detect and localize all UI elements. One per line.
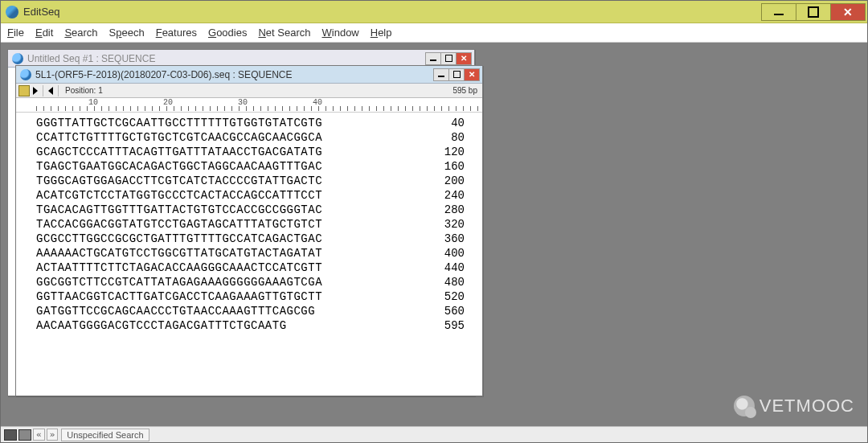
sequence-bases[interactable]: GGTTAACGGTCACTTGATCGACCTCAAGAAAGTTGTGCTT [36, 289, 322, 304]
sequence-bases[interactable]: TGAGCTGAATGGCACAGACTGGCTAGGCAACAAGTTTGAC [36, 159, 322, 174]
doc-icon [20, 69, 31, 80]
seq-maximize-button[interactable] [448, 68, 465, 81]
seq-minimize-button[interactable] [433, 68, 449, 81]
sequence-bases[interactable]: GCAGCTCCCATTTACAGTTGATTTATAACCTGACGATATG [36, 145, 322, 159]
watermark-text: VETMOOC [760, 396, 854, 416]
sequence-position: 440 [423, 260, 479, 275]
bg-maximize-button[interactable] [440, 52, 457, 65]
menu-search[interactable]: Search [64, 27, 97, 39]
statusbar: « » Unspecified Search [1, 426, 867, 442]
ruler: 10 20 30 40 [16, 98, 482, 113]
sequence-row[interactable]: GCAGCTCCCATTTACAGTTGATTTATAACCTGACGATATG… [36, 145, 479, 159]
sequence-row[interactable]: TGAGCTGAATGGCACAGACTGGCTAGGCAACAAGTTTGAC… [36, 159, 479, 174]
watermark: VETMOOC [734, 396, 854, 416]
sequence-row[interactable]: ACTAATTTTCTTCTAGACACCAAGGGCAAACTCCATCGTT… [36, 260, 479, 275]
sequence-bases[interactable]: GGCGGTCTTCCGTCATTATAGAGAAAGGGGGGAAAGTCGA [36, 275, 322, 289]
sequence-body[interactable]: GGGTTATTGCTCGCAATTGCCTTTTTTGTGGTGTATCGTG… [16, 113, 482, 396]
sequence-position: 200 [423, 174, 479, 188]
status-next-button[interactable]: » [47, 429, 59, 441]
sequence-bases[interactable]: AACAATGGGGACGTCCCTAGACGATTTCTGCAATG [36, 318, 287, 333]
menu-speech[interactable]: Speech [109, 27, 145, 39]
doc-icon [12, 53, 23, 64]
sequence-row[interactable]: GGGTTATTGCTCGCAATTGCCTTTTTTGTGGTGTATCGTG… [36, 116, 479, 130]
bg-minimize-button[interactable] [425, 52, 441, 65]
sequence-position: 40 [423, 116, 479, 130]
status-icon-1[interactable] [4, 429, 17, 441]
menu-goodies[interactable]: Goodies [208, 27, 247, 39]
menubar: File Edit Search Speech Features Goodies… [1, 23, 867, 43]
sequence-bases[interactable]: ACTAATTTTCTTCTAGACACCAAGGGCAAACTCCATCGTT [36, 260, 322, 275]
sequence-bases[interactable]: GATGGTTCCGCAGCAACCCTGTAACCAAAGTTTCAGCGG [36, 304, 315, 318]
minimize-button[interactable] [761, 3, 796, 21]
sequence-position: 480 [423, 275, 479, 289]
status-icon-2[interactable] [18, 429, 31, 441]
status-search-label[interactable]: Unspecified Search [61, 429, 149, 441]
seq-close-button[interactable]: ✕ [464, 68, 480, 81]
bg-close-button[interactable]: ✕ [456, 52, 472, 65]
sequence-row[interactable]: AAAAAACTGCATGTCCTGGCGTTATGCATGTACTAGATAT… [36, 246, 479, 260]
play-forward-icon[interactable] [33, 87, 38, 95]
app-icon [6, 6, 18, 18]
menu-help[interactable]: Help [371, 27, 392, 39]
app-window: EditSeq ✕ File Edit Search Speech Featur… [0, 0, 868, 443]
status-prev-button[interactable]: « [33, 429, 45, 441]
menu-netsearch[interactable]: Net Search [258, 27, 310, 39]
wechat-icon [734, 396, 755, 416]
sequence-position: 560 [423, 304, 479, 318]
maximize-button[interactable] [796, 3, 831, 21]
sequence-row[interactable]: GCGCCTTGGCCGCGCTGATTTGTTTTGCCATCAGACTGAC… [36, 232, 479, 246]
play-back-icon[interactable] [48, 87, 53, 95]
window-buttons: ✕ [762, 3, 866, 21]
sequence-position: 320 [423, 217, 479, 232]
total-bp: 595 bp [452, 86, 477, 95]
menu-window[interactable]: Window [322, 27, 359, 39]
sequence-position: 240 [423, 188, 479, 203]
sequence-position: 520 [423, 289, 479, 304]
sequence-position: 280 [423, 203, 479, 217]
sequence-row[interactable]: AACAATGGGGACGTCCCTAGACGATTTCTGCAATG595 [36, 318, 479, 333]
sequence-row[interactable]: CCATTCTGTTTTGCTGTGCTCGTCAACGCCAGCAACGGCA… [36, 130, 479, 145]
sequence-row[interactable]: TGGGCAGTGGAGACCTTCGTCATCTACCCCGTATTGACTC… [36, 174, 479, 188]
sequence-position: 160 [423, 159, 479, 174]
seq-titlebar[interactable]: 5L1-(ORF5-F-2018)(20180207-C03-D06).seq … [16, 66, 482, 84]
sequence-bases[interactable]: TGACACAGTTGGTTTGATTACTGTGTCCACCGCCGGGTAC [36, 203, 322, 217]
sequence-row[interactable]: ACATCGTCTCCTATGGTGCCCTCACTACCAGCCATTTCCT… [36, 188, 479, 203]
sequence-bases[interactable]: GCGCCTTGGCCGCGCTGATTTGTTTTGCCATCAGACTGAC [36, 232, 322, 246]
sequence-bases[interactable]: TACCACGGACGGTATGTCCTGAGTAGCATTTATGCTGTCT [36, 217, 322, 232]
sequence-row[interactable]: GGCGGTCTTCCGTCATTATAGAGAAAGGGGGGAAAGTCGA… [36, 275, 479, 289]
sequence-row[interactable]: GATGGTTCCGCAGCAACCCTGTAACCAAAGTTTCAGCGG5… [36, 304, 479, 318]
mdi-client: Untitled Seq #1 : SEQUENCE ✕ 5L1-(ORF5-F… [1, 43, 867, 426]
menu-file[interactable]: File [7, 27, 24, 39]
sequence-bases[interactable]: AAAAAACTGCATGTCCTGGCGTTATGCATGTACTAGATAT [36, 246, 322, 260]
sequence-position: 360 [423, 232, 479, 246]
menu-edit[interactable]: Edit [35, 27, 53, 39]
sequence-bases[interactable]: TGGGCAGTGGAGACCTTCGTCATCTACCCCGTATTGACTC [36, 174, 322, 188]
sequence-row[interactable]: TGACACAGTTGGTTTGATTACTGTGTCCACCGCCGGGTAC… [36, 203, 479, 217]
seq-toolbar-icon[interactable] [18, 85, 30, 96]
close-button[interactable]: ✕ [830, 3, 866, 21]
seq-window: 5L1-(ORF5-F-2018)(20180207-C03-D06).seq … [15, 65, 483, 396]
seq-toolbar: Position: 1 595 bp [16, 84, 482, 98]
sequence-row[interactable]: TACCACGGACGGTATGTCCTGAGTAGCATTTATGCTGTCT… [36, 217, 479, 232]
position-label: Position: 1 [65, 86, 103, 95]
menu-features[interactable]: Features [156, 27, 197, 39]
sequence-position: 595 [423, 318, 479, 333]
sequence-row[interactable]: GGTTAACGGTCACTTGATCGACCTCAAGAAAGTTGTGCTT… [36, 289, 479, 304]
sequence-position: 80 [423, 130, 479, 145]
sequence-bases[interactable]: CCATTCTGTTTTGCTGTGCTCGTCAACGCCAGCAACGGCA [36, 130, 322, 145]
sequence-bases[interactable]: GGGTTATTGCTCGCAATTGCCTTTTTTGTGGTGTATCGTG [36, 116, 322, 130]
sequence-bases[interactable]: ACATCGTCTCCTATGGTGCCCTCACTACCAGCCATTTCCT [36, 188, 322, 203]
seq-title: 5L1-(ORF5-F-2018)(20180207-C03-D06).seq … [35, 69, 434, 80]
sequence-position: 120 [423, 145, 479, 159]
bg-seq-title: Untitled Seq #1 : SEQUENCE [27, 53, 426, 64]
sequence-position: 400 [423, 246, 479, 260]
app-title: EditSeq [23, 6, 762, 18]
titlebar: EditSeq ✕ [1, 1, 867, 23]
